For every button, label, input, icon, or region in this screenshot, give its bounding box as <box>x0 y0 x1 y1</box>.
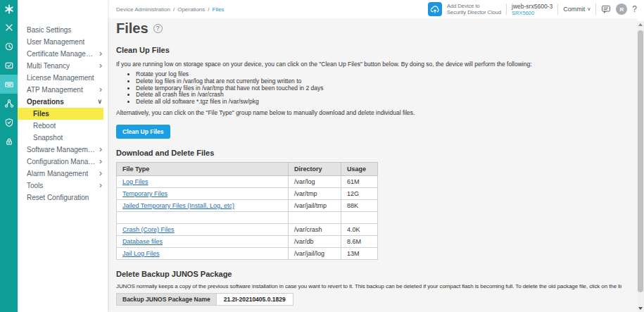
download-section-heading: Download and Delete Files <box>116 149 621 157</box>
crash-core-files-link[interactable]: Crash (Core) Files <box>122 226 175 233</box>
backup-package-row: Backup JUNOS Package Name 21.2I-20210405… <box>116 293 293 306</box>
scrollbar-thumb[interactable] <box>638 30 643 292</box>
scrollbar-down-arrow-icon[interactable] <box>637 305 644 312</box>
chevron-down-icon: ∨ <box>97 96 102 108</box>
network-share-icon[interactable] <box>0 94 18 113</box>
title-help-icon[interactable]: ? <box>153 24 163 33</box>
empty-cell <box>289 211 341 223</box>
divider <box>557 4 558 15</box>
breadcrumb-operations[interactable]: Operations <box>177 6 205 13</box>
sidebar-item-software-management[interactable]: Software Management› <box>18 144 108 156</box>
sidebar-item-alarm-management[interactable]: Alarm Management› <box>18 168 108 180</box>
table-row-empty <box>117 211 378 223</box>
jweb-app-window: Basic Settings User Management Certifica… <box>0 0 644 312</box>
sidebar-item-atp-management[interactable]: ATP Management› <box>18 84 108 96</box>
backup-description-text: JUNOS normally keeps a copy of the previ… <box>116 283 621 289</box>
sidebar-item-snapshot[interactable]: Snapshot <box>18 132 108 144</box>
usage-cell: 13M <box>341 247 378 259</box>
top-header: Device Administration / Operations / Fil… <box>108 0 644 18</box>
vertical-scrollbar[interactable] <box>637 21 644 312</box>
sidebar-item-reboot[interactable]: Reboot <box>18 120 108 132</box>
chevron-right-icon: › <box>99 144 102 156</box>
close-icon[interactable] <box>0 18 18 37</box>
cleanup-bullet-list: Rotate your log files Delete log files i… <box>116 71 621 106</box>
table-header-row: File Type Directory Usage <box>117 162 378 175</box>
security-shield-icon[interactable] <box>0 113 18 132</box>
add-device-link[interactable]: Add Device to Security Director Cloud <box>447 3 501 15</box>
usage-cell: 12G <box>341 187 378 199</box>
column-header-file-type: File Type <box>117 162 289 175</box>
temporary-files-link[interactable]: Temporary Files <box>122 190 168 197</box>
sidebar-item-configuration-management[interactable]: Configuration Manage...› <box>18 156 108 168</box>
column-header-directory: Directory <box>289 162 341 175</box>
report-mail-icon[interactable] <box>0 56 18 75</box>
backup-section-heading: Delete Backup JUNOS Package <box>116 270 621 278</box>
table-row: Jail Log Files /var/jail/log 13M <box>117 247 378 259</box>
log-files-link[interactable]: Log Files <box>122 178 149 185</box>
chevron-right-icon: › <box>99 168 102 180</box>
device-info: jweb-srx5600-3 SRX5600 <box>512 3 553 16</box>
table-row: Log Files /var/log 61M <box>117 175 378 187</box>
sidebar-item-operations[interactable]: Operations∨ <box>18 96 108 108</box>
sidebar-item-reset-configuration[interactable]: Reset Configuration <box>18 192 108 204</box>
backup-package-name-label: Backup JUNOS Package Name <box>117 294 217 305</box>
device-administration-icon[interactable] <box>0 75 18 94</box>
breadcrumb: Device Administration / Operations / Fil… <box>116 6 224 13</box>
empty-cell <box>117 211 289 223</box>
database-files-link[interactable]: Database files <box>122 238 163 245</box>
clean-up-files-button[interactable]: Clean Up Files <box>116 125 170 139</box>
lock-icon[interactable] <box>0 132 18 151</box>
directory-cell: /var/jail/tmp <box>289 199 341 211</box>
security-director-cloud-icon[interactable] <box>428 2 442 16</box>
scrollbar-up-arrow-icon[interactable] <box>637 21 644 28</box>
user-avatar[interactable]: R <box>616 4 627 15</box>
directory-cell: /var/jail/log <box>289 247 341 259</box>
cleanup-section-heading: Clean Up Files <box>116 46 621 54</box>
breadcrumb-separator: / <box>208 6 209 13</box>
table-row: Jailed Temporary Files (Install, Log, et… <box>117 199 378 211</box>
sidebar-item-basic-settings[interactable]: Basic Settings <box>18 24 108 36</box>
device-model-link[interactable]: SRX5600 <box>512 10 553 16</box>
table-row: Temporary Files /var/tmp 12G <box>117 187 378 199</box>
chevron-right-icon: › <box>99 84 102 96</box>
usage-cell: 88K <box>341 199 378 211</box>
sidebar-item-files[interactable]: Files <box>18 108 103 120</box>
directory-cell: /var/log <box>289 175 341 187</box>
directory-cell: /var/tmp <box>289 187 341 199</box>
divider <box>506 4 507 15</box>
chevron-right-icon: › <box>99 48 102 60</box>
sidebar-item-user-management[interactable]: User Management <box>18 36 108 48</box>
divider <box>595 4 596 15</box>
sidebar-item-multi-tenancy[interactable]: Multi Tenancy› <box>18 60 108 72</box>
chevron-right-icon: › <box>99 156 102 168</box>
commit-dropdown[interactable]: Commit ∨ <box>563 6 591 13</box>
usage-cell: 4.0K <box>341 223 378 235</box>
chevron-right-icon: › <box>99 180 102 192</box>
feedback-icon[interactable] <box>601 5 611 14</box>
page-title: Files <box>116 20 149 37</box>
chevron-down-icon: ∨ <box>587 6 591 12</box>
sidebar-item-tools[interactable]: Tools› <box>18 180 108 192</box>
device-name: jweb-srx5600-3 <box>512 3 553 10</box>
jailed-temporary-files-link[interactable]: Jailed Temporary Files (Install, Log, et… <box>122 202 234 209</box>
directory-cell: /var/db <box>289 235 341 247</box>
breadcrumb-files[interactable]: Files <box>213 6 225 13</box>
backup-package-value-link[interactable]: 21.2I-20210405.0.1829 <box>217 294 293 305</box>
juniper-logo-icon[interactable] <box>0 0 18 18</box>
files-table: File Type Directory Usage Log Files /var… <box>116 162 378 260</box>
directory-cell: /var/crash <box>289 223 341 235</box>
table-row: Database files /var/db 8.6M <box>117 235 378 247</box>
jail-log-files-link[interactable]: Jail Log Files <box>122 250 160 257</box>
usage-cell: 8.6M <box>341 235 378 247</box>
breadcrumb-device-administration[interactable]: Device Administration <box>116 6 170 13</box>
monitor-clock-icon[interactable] <box>0 37 18 56</box>
cleanup-intro-text: If you are running low on storage space … <box>116 61 621 68</box>
icon-strip <box>0 0 18 312</box>
empty-cell <box>341 211 378 223</box>
column-header-usage: Usage <box>341 162 378 175</box>
header-actions: Add Device to Security Director Cloud jw… <box>428 2 637 16</box>
sidebar-item-license-management[interactable]: License Management <box>18 72 108 84</box>
help-icon[interactable]: ? <box>632 4 637 14</box>
sidebar-item-certificate-management[interactable]: Certificate Management› <box>18 48 108 60</box>
main-content: Files ? Clean Up Files If you are runnin… <box>108 18 637 312</box>
